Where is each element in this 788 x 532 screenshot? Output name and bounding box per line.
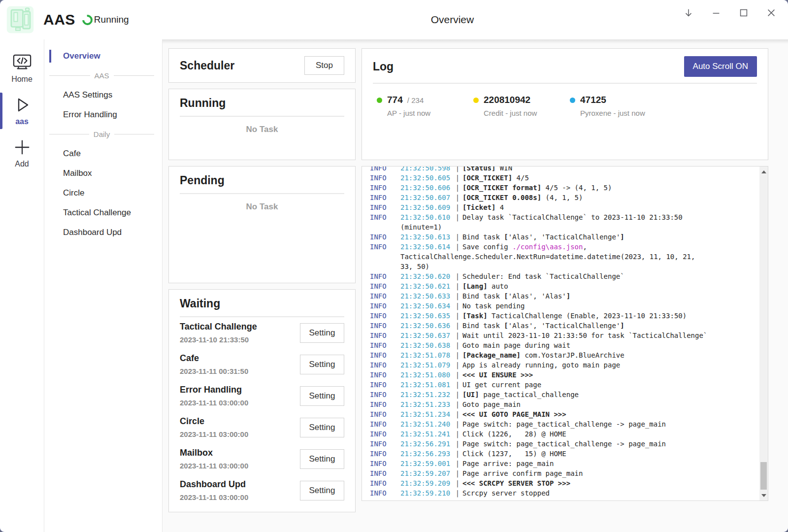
sidebar-item-circle[interactable]: Circle	[44, 183, 162, 203]
waiting-task-name: Tactical Challenge	[180, 322, 257, 332]
waiting-task-info: Circle2023-11-11 03:00:00	[180, 416, 248, 438]
waiting-task-name: Error Handling	[180, 385, 248, 395]
log-line: INFO21:32:50.621|[Lang] auto	[370, 281, 755, 291]
log-line: INFO21:32:50.610|Delay task `TacticalCha…	[370, 212, 755, 222]
app-logo-icon	[6, 5, 34, 34]
log-timestamp: 21:32:56.293	[400, 449, 453, 459]
sidebar-item-dashboard-upd[interactable]: Dashboard Upd	[44, 223, 162, 242]
scrollbar-up-icon[interactable]	[759, 167, 768, 176]
scheduler-card: Scheduler Stop	[168, 48, 356, 83]
main-content: Scheduler Stop Running No Task Pending N…	[163, 39, 788, 532]
log-timestamp: 21:32:59.209	[400, 478, 453, 488]
log-line: INFO21:32:50.635|[Task] TacticalChalleng…	[370, 311, 755, 321]
setting-button[interactable]: Setting	[300, 418, 344, 437]
active-indicator	[0, 93, 2, 129]
running-card: Running No Task	[168, 89, 356, 160]
pending-title: Pending	[180, 174, 344, 187]
sidebar-section-label: AAS	[95, 71, 109, 80]
log-separator: |	[453, 380, 462, 390]
log-message: <<< UI ENSURE >>>	[462, 370, 755, 380]
rail-item-add[interactable]: Add	[0, 133, 44, 173]
log-line: INFO21:32:50.634|No task pending	[370, 301, 755, 311]
log-timestamp: 21:32:56.291	[400, 439, 453, 449]
waiting-task-row: Dashboard Upd2023-11-11 03:00:00Setting	[180, 475, 344, 506]
log-level: INFO	[370, 429, 400, 439]
sidebar-item-overview[interactable]: Overview	[44, 46, 162, 66]
log-line: INFO21:32:59.210|Scrcpy server stopped	[370, 488, 755, 498]
log-separator: |	[453, 202, 462, 212]
log-separator: |	[453, 232, 462, 242]
rail-item-aas[interactable]: aas	[0, 91, 44, 131]
divider-line	[114, 134, 154, 134]
log-line: INFO21:32:50.607|[OCR_TICKET 0.008s] (4,…	[370, 193, 755, 202]
sidebar-item-error-handling[interactable]: Error Handling	[44, 105, 162, 125]
status-text: Running	[94, 14, 129, 25]
stop-button[interactable]: Stop	[304, 56, 344, 75]
log-timestamp: 21:32:59.210	[400, 488, 453, 498]
log-message: [Lang] auto	[462, 281, 755, 291]
sidebar-item-label: Mailbox	[63, 168, 92, 178]
log-message: App is already running, goto main page	[462, 360, 755, 370]
task-column: Scheduler Stop Running No Task Pending N…	[168, 48, 356, 532]
log-level: INFO	[370, 390, 400, 399]
log-level: INFO	[370, 340, 400, 350]
sidebar-item-tactical-challenge[interactable]: Tactical Challenge	[44, 203, 162, 223]
log-level: INFO	[370, 360, 400, 370]
log-message: Page arrive: page_main	[462, 459, 755, 468]
log-timestamp: 21:32:51.081	[400, 380, 453, 390]
waiting-task-next-run: 2023-11-11 03:00:00	[180, 493, 248, 501]
stat-label: Credit - just now	[473, 109, 570, 117]
log-separator: |	[453, 166, 462, 173]
log-line: INFO21:32:50.636|Bind task ['Alas', 'Tac…	[370, 321, 755, 331]
log-line: INFO21:32:50.638|Goto main page during w…	[370, 340, 755, 350]
setting-button[interactable]: Setting	[300, 355, 344, 374]
sidebar-item-mailbox[interactable]: Mailbox	[44, 164, 162, 183]
log-separator: |	[453, 370, 462, 380]
sidebar-item-aas-settings[interactable]: AAS Settings	[44, 85, 162, 105]
setting-button[interactable]: Setting	[300, 449, 344, 469]
minimize-icon[interactable]	[710, 7, 722, 19]
waiting-task-next-run: 2023-11-11 03:00:00	[180, 462, 248, 470]
log-message: Save config ./config\aas.json,	[462, 242, 755, 252]
log-message: Goto page_main	[462, 399, 755, 409]
auto-scroll-button[interactable]: Auto Scroll ON	[684, 56, 757, 77]
waiting-task-row: Circle2023-11-11 03:00:00Setting	[180, 412, 344, 443]
log-line: INFO21:32:51.080|<<< UI ENSURE >>>	[370, 370, 755, 380]
log-scrollbar[interactable]	[759, 166, 768, 500]
rail-item-label: aas	[0, 117, 44, 126]
log-line: INFO21:32:51.232|[UI] page_tactical_chal…	[370, 390, 755, 399]
log-level: INFO	[370, 166, 400, 173]
log-separator: |	[453, 478, 462, 488]
sidebar-item-cafe[interactable]: Cafe	[44, 144, 162, 164]
log-level: INFO	[370, 271, 400, 281]
setting-button[interactable]: Setting	[300, 323, 344, 343]
log-timestamp: 21:32:51.241	[400, 429, 453, 439]
rail-item-home[interactable]: Home	[0, 48, 44, 89]
log-message: [Package_name] com.YostarJP.BlueArchive	[462, 350, 755, 360]
waiting-task-list: Tactical Challenge2023-11-10 21:33:50Set…	[180, 317, 344, 506]
waiting-task-row: Error Handling2023-11-11 03:00:00Setting	[180, 380, 344, 412]
setting-button[interactable]: Setting	[300, 386, 344, 406]
maximize-icon[interactable]	[738, 7, 750, 19]
log-separator: |	[453, 321, 462, 331]
log-line: INFO21:32:56.291|Page switch: page_tacti…	[370, 439, 755, 449]
log-line: INFO21:32:50.613|Bind task ['Alas', 'Tac…	[370, 232, 755, 242]
running-empty-text: No Task	[180, 125, 344, 134]
sidebar-item-label: Tactical Challenge	[63, 208, 131, 217]
log-timestamp: 21:32:51.078	[400, 350, 453, 360]
arrow-down-icon[interactable]	[683, 7, 694, 19]
setting-button[interactable]: Setting	[300, 481, 344, 500]
log-console[interactable]: INFO21:32:50.598|[Status] WININFO21:32:5…	[361, 166, 768, 501]
waiting-task-row: Mailbox2023-11-11 03:00:00Setting	[180, 443, 344, 475]
waiting-task-info: Dashboard Upd2023-11-11 03:00:00	[180, 479, 248, 501]
log-message: Click (1226, 28) @ HOME	[462, 429, 755, 439]
log-separator: |	[453, 449, 462, 459]
log-line: (minute=1)	[370, 222, 755, 232]
close-icon[interactable]	[765, 7, 777, 19]
divider-line	[49, 134, 89, 134]
scrollbar-down-icon[interactable]	[759, 491, 768, 499]
log-message: [Task] TacticalChallenge (Enable, 2023-1…	[462, 311, 755, 321]
log-level: INFO	[370, 439, 400, 449]
waiting-task-name: Dashboard Upd	[180, 479, 248, 490]
scrollbar-thumb[interactable]	[760, 462, 767, 490]
